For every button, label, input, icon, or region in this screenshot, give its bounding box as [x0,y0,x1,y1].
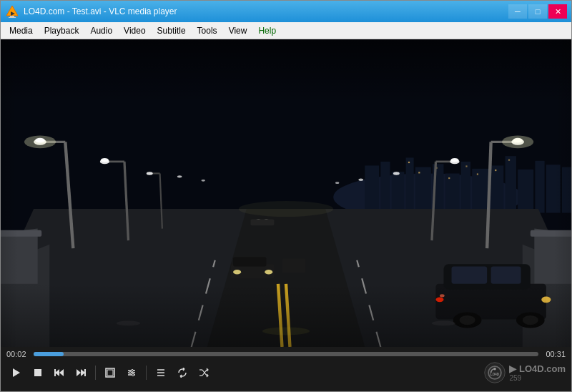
svg-rect-105 [107,370,113,376]
svg-rect-14 [472,169,489,213]
svg-rect-17 [518,170,533,213]
svg-point-111 [132,374,134,376]
svg-rect-28 [508,160,510,161]
playlist-button[interactable] [151,364,171,381]
vlc-icon: ▶ [5,4,19,19]
loop-button[interactable] [172,364,192,381]
svg-rect-2 [9,17,16,18]
svg-rect-16 [506,156,516,212]
titlebar-title: LO4D.com - Test.avi - VLC media player [24,6,177,16]
menu-tools[interactable]: Tools [192,24,223,38]
svg-rect-70 [250,219,274,225]
svg-point-57 [502,136,533,149]
menu-subtitle[interactable]: Subtitle [152,24,192,38]
progress-bar[interactable] [34,352,538,356]
menu-view[interactable]: View [223,24,253,38]
svg-point-63 [358,179,363,181]
svg-rect-81 [491,267,521,284]
svg-point-49 [101,158,109,162]
time-current: 00:02 [6,350,29,358]
watermark-number: 259 [509,374,566,382]
video-area [1,39,571,347]
svg-rect-26 [477,173,478,175]
watermark-brand: ▶ LO4D.com [509,363,566,374]
svg-marker-102 [77,369,81,376]
svg-rect-94 [1,39,18,347]
svg-point-119 [494,368,497,371]
menubar: Media Playback Audio Video Subtitle Tool… [1,22,571,39]
next-button[interactable] [71,364,91,381]
menu-playback[interactable]: Playback [39,24,85,38]
svg-text:LO4D: LO4D [490,373,500,376]
svg-rect-92 [1,39,571,102]
close-button[interactable]: ✕ [548,4,567,19]
minimize-button[interactable]: ─ [508,4,527,19]
svg-point-45 [35,138,44,143]
menu-help[interactable]: Help [252,24,282,38]
svg-point-62 [393,172,400,175]
svg-rect-103 [84,369,86,376]
svg-rect-6 [365,165,379,212]
separator-2 [146,366,147,380]
play-button[interactable] [6,364,26,381]
svg-rect-7 [380,162,390,213]
stop-button[interactable] [28,364,48,381]
buttons-row: LO4D ▶ LO4D.com 259 [6,361,566,384]
svg-rect-80 [452,267,488,284]
titlebar-left: ▶ LO4D.com - Test.avi - VLC media player [5,4,177,19]
progress-fill [34,352,64,356]
svg-rect-97 [34,369,41,376]
video-frame [1,39,571,347]
svg-rect-12 [445,173,460,212]
svg-point-67 [239,201,333,217]
svg-rect-18 [535,161,544,213]
extended-settings-button[interactable] [122,364,142,381]
maximize-button[interactable]: □ [528,4,547,19]
svg-rect-24 [448,177,450,179]
svg-rect-25 [465,165,467,167]
svg-point-73 [233,270,241,275]
svg-rect-95 [554,39,571,347]
svg-rect-8 [392,172,405,212]
time-total: 00:31 [543,350,566,358]
svg-rect-21 [408,162,410,163]
fullscreen-button[interactable] [100,364,120,381]
svg-rect-100 [54,369,56,376]
svg-point-65 [177,175,182,177]
svg-point-52 [147,172,153,175]
svg-rect-22 [418,172,420,173]
svg-rect-27 [495,170,496,171]
svg-rect-15 [491,165,504,212]
svg-rect-1 [10,16,14,17]
svg-rect-72 [233,257,266,266]
menu-media[interactable]: Media [4,24,39,38]
svg-rect-77 [282,259,305,273]
watermark-logo-icon: LO4D [483,361,506,384]
prev-button[interactable] [49,364,69,381]
progress-row: 00:02 00:31 [6,350,566,358]
watermark-text-area: ▶ LO4D.com 259 [509,363,566,382]
svg-point-109 [132,370,134,372]
window: ▶ LO4D.com - Test.avi - VLC media player… [0,0,572,392]
svg-marker-96 [13,368,20,377]
svg-point-74 [265,270,272,275]
svg-point-110 [129,372,132,374]
svg-point-61 [450,158,458,162]
titlebar: ▶ LO4D.com - Test.avi - VLC media player… [1,1,571,22]
svg-point-64 [335,182,340,184]
svg-rect-9 [406,157,414,212]
svg-rect-10 [415,167,431,213]
svg-marker-99 [59,369,64,376]
menu-audio[interactable]: Audio [84,24,118,38]
controls-area: 00:02 00:31 [1,347,571,391]
svg-rect-13 [461,162,470,213]
titlebar-buttons: ─ □ ✕ [508,4,567,19]
random-button[interactable] [194,364,214,381]
svg-point-66 [201,180,205,182]
watermark: LO4D ▶ LO4D.com 259 [483,361,566,384]
svg-rect-93 [1,284,571,347]
separator-1 [95,366,96,380]
menu-video[interactable]: Video [118,24,151,38]
